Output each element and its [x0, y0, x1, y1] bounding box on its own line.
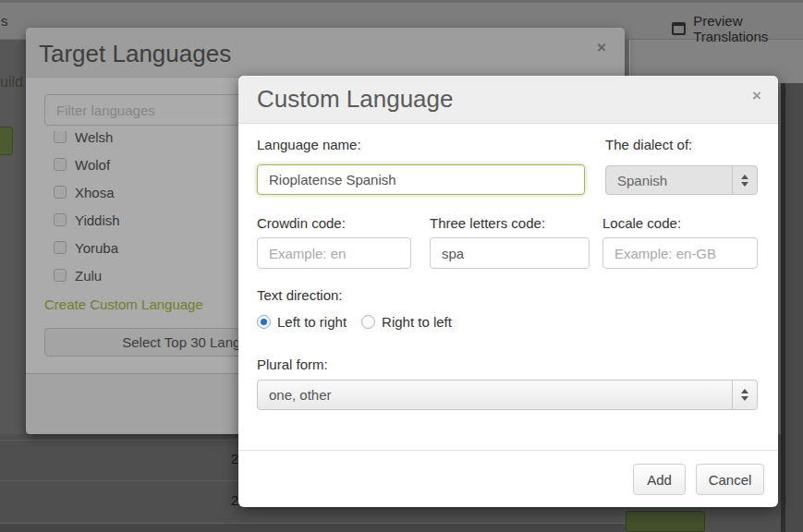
plural-form-select[interactable]: one, other	[257, 380, 758, 410]
close-icon[interactable]: ×	[752, 87, 761, 105]
create-custom-language-link[interactable]: Create Custom Language	[44, 296, 203, 312]
dialect-selected-value: Spanish	[606, 173, 732, 188]
add-button[interactable]: Add	[633, 464, 686, 495]
three-letters-code-input[interactable]	[430, 237, 590, 269]
custom-language-title: Custom Language	[257, 85, 453, 114]
language-name-input[interactable]	[257, 164, 585, 195]
text-direction-radio-group: Left to right Right to left	[257, 314, 467, 330]
preview-translations-button[interactable]: Preview Translations	[672, 13, 803, 44]
language-label: Yoruba	[75, 240, 118, 256]
background-table-footer-row	[0, 524, 628, 532]
crowdin-code-input[interactable]	[257, 237, 411, 269]
screen: s uild 2 2 Preview Translations Target L…	[0, 0, 803, 532]
language-list-item[interactable]: Wolof	[44, 151, 266, 178]
radio-right-to-left[interactable]	[361, 315, 375, 329]
three-letters-code-label: Three letters code:	[430, 215, 545, 231]
checkbox-icon[interactable]	[54, 213, 67, 226]
checkbox-icon[interactable]	[54, 269, 67, 282]
language-label: Wolof	[75, 157, 110, 173]
language-list-item[interactable]: Welsh	[44, 131, 266, 151]
language-label: Zulu	[75, 268, 102, 284]
language-checkbox-list: Welsh Wolof Xhosa Yiddish Yoruba Zulu	[44, 131, 266, 290]
custom-language-footer: Add Cancel	[238, 450, 778, 507]
language-label: Xhosa	[75, 185, 115, 200]
language-list-item[interactable]: Zulu	[44, 261, 266, 289]
target-languages-title: Target Languages	[39, 40, 231, 68]
language-name-label: Language name:	[257, 137, 361, 152]
radio-left-to-right-label[interactable]: Left to right	[277, 314, 347, 330]
checkbox-icon[interactable]	[54, 158, 67, 171]
cancel-button[interactable]: Cancel	[696, 464, 764, 495]
browser-window-icon	[672, 22, 686, 35]
plural-form-selected-value: one, other	[258, 387, 732, 403]
select-stepper-icon	[732, 381, 757, 409]
background-partial-build-text: uild	[0, 74, 23, 91]
plural-form-label: Plural form:	[257, 357, 328, 372]
target-languages-header: Target Languages ×	[26, 28, 625, 78]
custom-language-modal: Custom Language × Language name: The dia…	[238, 76, 778, 507]
language-label: Yiddish	[75, 212, 120, 228]
language-list-item[interactable]: Yoruba	[44, 234, 266, 261]
locale-code-label: Locale code:	[602, 215, 681, 231]
checkbox-icon[interactable]	[54, 131, 67, 143]
dimmed-green-button-bottom	[626, 511, 705, 532]
radio-right-to-left-label[interactable]: Right to left	[382, 314, 452, 330]
table-cell-value: 2	[220, 492, 238, 508]
language-label: Welsh	[75, 131, 113, 145]
dialect-select[interactable]: Spanish	[605, 165, 758, 195]
crowdin-code-label: Crowdin code:	[257, 215, 346, 231]
language-list-item[interactable]: Yiddish	[44, 206, 266, 234]
text-direction-label: Text direction:	[257, 287, 343, 303]
close-icon[interactable]: ×	[597, 39, 606, 57]
preview-translations-label: Preview Translations	[693, 13, 803, 44]
radio-left-to-right[interactable]	[257, 315, 271, 329]
dialect-label: The dialect of:	[605, 137, 692, 152]
language-list-item[interactable]: Xhosa	[44, 178, 266, 206]
locale-code-input[interactable]	[602, 237, 758, 269]
background-right-dark-strip	[781, 83, 803, 532]
custom-language-header: Custom Language ×	[238, 76, 778, 124]
checkbox-icon[interactable]	[54, 241, 67, 254]
checkbox-icon[interactable]	[54, 186, 67, 199]
table-cell-value: 2	[220, 451, 238, 466]
select-stepper-icon	[732, 166, 757, 194]
background-left-strip	[0, 40, 26, 434]
dimmed-green-button-left	[0, 127, 13, 155]
background-partial-text: s	[1, 13, 8, 29]
